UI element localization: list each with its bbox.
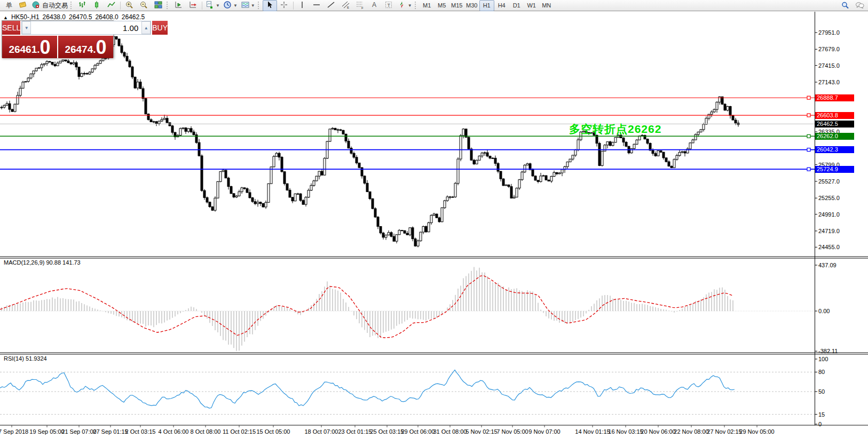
zoom-out-button[interactable] bbox=[137, 0, 151, 11]
search-button[interactable] bbox=[838, 0, 853, 11]
buy-price-pips: 0 bbox=[96, 38, 107, 57]
hline-price-badge: 25724.9 bbox=[815, 166, 854, 173]
fibonacci-button[interactable]: F bbox=[353, 0, 367, 11]
time-axis-label: 11 Oct 02:15 bbox=[223, 428, 256, 435]
timeframe-button-m30[interactable]: M30 bbox=[464, 0, 479, 11]
autotrade-button[interactable]: 自动交易 bbox=[30, 0, 69, 11]
tile-windows-icon bbox=[154, 1, 163, 10]
price-tick-label: 25527.0 bbox=[818, 178, 840, 185]
time-axis-label: 22 Nov 08:00 bbox=[674, 428, 708, 435]
timeframe-button-mn[interactable]: MN bbox=[539, 0, 554, 11]
toolbar-right-group bbox=[838, 0, 867, 11]
auto-scroll-button[interactable] bbox=[186, 0, 200, 11]
svg-text:F: F bbox=[361, 6, 364, 10]
trendline-button[interactable] bbox=[324, 0, 338, 11]
time-axis-label: 14 Nov 01:15 bbox=[575, 428, 610, 435]
buy-price[interactable]: 26474.0 bbox=[58, 36, 113, 58]
one-click-toggle-icon[interactable]: ▲ bbox=[3, 15, 8, 20]
hline-button[interactable] bbox=[310, 0, 324, 11]
timeframe-button-d1[interactable]: D1 bbox=[509, 0, 524, 11]
buy-button[interactable]: BUY bbox=[151, 21, 168, 35]
price-axis[interactable] bbox=[815, 11, 868, 425]
candle-chart-button[interactable] bbox=[90, 0, 104, 11]
vline-button[interactable] bbox=[295, 0, 310, 11]
timeframe-button-m15[interactable]: M15 bbox=[449, 0, 464, 11]
hline-price-badge: 26262.0 bbox=[815, 133, 854, 140]
text-label-button[interactable]: T bbox=[382, 0, 396, 11]
text-button[interactable]: A bbox=[367, 0, 382, 11]
periods-button[interactable]: ▼ bbox=[222, 0, 239, 11]
dropdown-arrow-icon[interactable]: ▼ bbox=[216, 3, 220, 8]
scroll-to-end-button[interactable] bbox=[171, 0, 186, 11]
one-click-trading-panel: SELL ▼ ▲ BUY 26461.0 26474.0 bbox=[2, 20, 114, 58]
arrows-button[interactable]: ▼ bbox=[396, 0, 414, 11]
time-axis-label: 21 Sep 07:00 bbox=[61, 428, 96, 435]
timeframe-button-m5[interactable]: M5 bbox=[435, 0, 449, 11]
toolbar-grip bbox=[70, 2, 73, 9]
macd-indicator-label: MACD(12,26,9) 90.88 141.73 bbox=[4, 259, 81, 266]
zoom-in-button[interactable] bbox=[122, 0, 137, 11]
macd-tick-label: 437.09 bbox=[818, 262, 837, 268]
bar-chart-button[interactable] bbox=[75, 0, 90, 11]
tile-windows-button[interactable] bbox=[151, 0, 165, 11]
rsi-tick-label: 0 bbox=[818, 421, 822, 427]
new-order-button[interactable] bbox=[15, 0, 30, 11]
sell-price[interactable]: 26461.0 bbox=[2, 36, 58, 58]
chart-canvas[interactable] bbox=[0, 11, 868, 438]
dropdown-arrow-icon[interactable]: ▼ bbox=[233, 3, 238, 8]
time-axis-label: 7 Nov 05:00 bbox=[496, 428, 528, 435]
cursor-icon bbox=[265, 1, 274, 10]
timeframe-button-h1[interactable]: H1 bbox=[479, 0, 494, 11]
new-order-icon bbox=[18, 1, 27, 10]
toolbar-grip bbox=[415, 2, 417, 9]
dropdown-arrow-icon[interactable]: ▼ bbox=[408, 3, 412, 8]
chart-text-annotation[interactable]: 多空转折点26262 bbox=[569, 122, 661, 137]
svg-text:A: A bbox=[372, 1, 376, 9]
scroll-end-icon bbox=[174, 1, 183, 10]
templates-button[interactable]: ▼ bbox=[239, 0, 257, 11]
high-value: 26470.5 bbox=[69, 13, 92, 21]
volume-increase-button[interactable]: ▲ bbox=[141, 21, 151, 34]
time-axis-label: 23 Oct 01:15 bbox=[338, 428, 372, 435]
macd-tick-label: 0.00 bbox=[818, 308, 830, 314]
templates-icon bbox=[241, 1, 250, 10]
current-price-badge: 26462.5 bbox=[815, 121, 854, 128]
line-chart-button[interactable] bbox=[104, 0, 119, 11]
indicators-icon bbox=[206, 1, 215, 10]
new-order-partial-button[interactable]: 单 bbox=[1, 0, 15, 11]
chat-button[interactable] bbox=[853, 0, 867, 11]
channel-icon: E bbox=[341, 1, 350, 10]
toolbar-separator bbox=[120, 2, 121, 10]
cursor-button[interactable] bbox=[263, 0, 277, 11]
dropdown-arrow-icon[interactable]: ▼ bbox=[251, 3, 255, 8]
crosshair-button[interactable] bbox=[277, 0, 291, 11]
mt4-window: 单自动交易▼▼▼EFAT▼M1M5M15M30H1H4D1W1MN ▲HK50-… bbox=[0, 0, 868, 438]
time-axis-label: 31 Oct 08:00 bbox=[433, 428, 467, 435]
time-axis-label: 17 Sep 2018 bbox=[0, 428, 28, 435]
timeframe-button-w1[interactable]: W1 bbox=[524, 0, 539, 11]
timeframe-button-m1[interactable]: M1 bbox=[420, 0, 435, 11]
zoom-out-icon bbox=[139, 1, 148, 10]
close-value: 26462.5 bbox=[122, 13, 145, 21]
channel-button[interactable]: E bbox=[338, 0, 353, 11]
price-tick-label: 24991.0 bbox=[818, 211, 840, 218]
toolbar-grip bbox=[258, 2, 261, 9]
volume-decrease-button[interactable]: ▼ bbox=[22, 21, 31, 34]
time-axis-label: 16 Nov 03:15 bbox=[608, 428, 643, 435]
time-axis-label: 9 Nov 07:00 bbox=[528, 428, 560, 435]
volume-input[interactable] bbox=[31, 21, 141, 34]
rsi-tick-label: 100 bbox=[818, 356, 828, 362]
hline-price-badge: 26603.8 bbox=[815, 112, 854, 119]
time-axis-label: 25 Oct 03:15 bbox=[370, 428, 404, 435]
candle-chart-icon bbox=[92, 1, 101, 10]
indicators-button[interactable]: ▼ bbox=[204, 0, 222, 11]
price-tick-label: 27951.0 bbox=[818, 29, 840, 36]
rsi-tick-label: 50 bbox=[818, 388, 825, 395]
crosshair-icon bbox=[280, 1, 289, 10]
bar-chart-icon bbox=[78, 1, 87, 10]
text-icon: A bbox=[370, 1, 379, 10]
sell-button[interactable]: SELL bbox=[2, 21, 21, 35]
buy-price-main: 26474 bbox=[65, 43, 93, 57]
toolbar-separator bbox=[202, 2, 202, 10]
timeframe-button-h4[interactable]: H4 bbox=[494, 0, 509, 11]
